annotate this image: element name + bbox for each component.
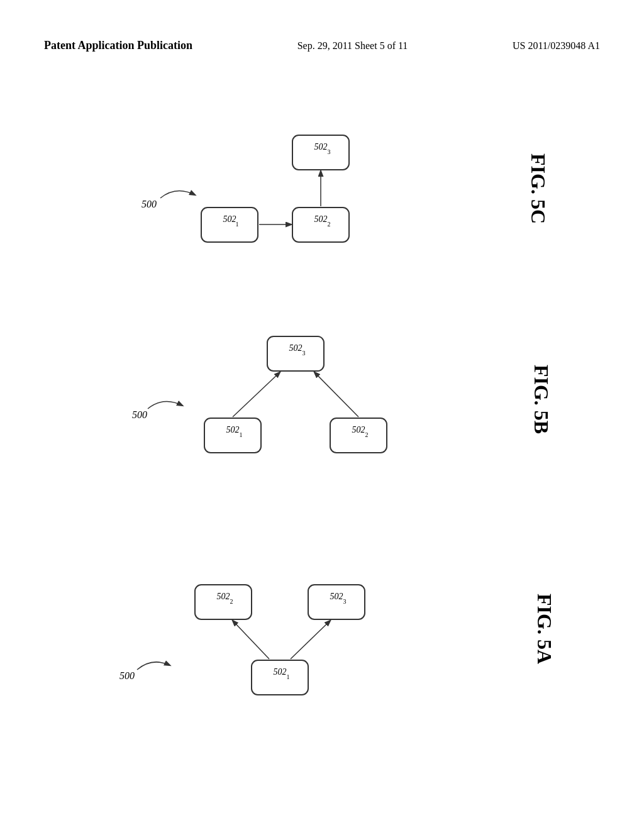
fig5a-node1-box (252, 660, 308, 695)
fig5b-node2-sub: 2 (365, 431, 369, 438)
fig5c-node2-label: 502 (314, 214, 328, 224)
fig5a-node1-label: 502 (274, 667, 287, 677)
fig5b-arrow-500 (148, 402, 182, 409)
fig5a-node3-box (308, 585, 365, 619)
fig5b-node1-box (204, 418, 261, 453)
fig5b-section: 500 502 3 502 1 502 2 FIG. 5B (44, 302, 560, 497)
page-header: Patent Application Publication Sep. 29, … (0, 38, 644, 54)
fig5c-section: 500 502 1 502 2 502 3 FIG. 5C (44, 97, 560, 280)
fig5c-node2-box (292, 208, 349, 242)
fig5c-node1-box (201, 208, 258, 242)
fig5c-arrow-500 (160, 191, 195, 198)
fig5a-ref-label: 500 (119, 670, 135, 681)
fig5a-title: FIG. 5A (533, 594, 556, 664)
fig5c-ref-label: 500 (142, 199, 157, 209)
fig5a-node2-box (195, 585, 252, 619)
fig5c-node3-box (292, 135, 349, 170)
fig5a-diagram: 500 502 1 502 2 502 3 FIG. 5A (44, 528, 560, 729)
fig5b-node3-box (267, 336, 324, 371)
fig5c-node3-sub: 3 (328, 148, 331, 155)
publication-info: Sep. 29, 2011 Sheet 5 of 11 (297, 38, 408, 54)
fig5c-node1-label: 502 (223, 214, 236, 224)
fig5b-node1-label: 502 (226, 425, 240, 434)
fig5b-node2-box (330, 418, 387, 453)
fig5b-ref-label: 500 (132, 409, 147, 420)
publication-title: Patent Application Publication (44, 38, 192, 53)
fig5b-node1-sub: 1 (240, 431, 243, 438)
fig5a-node2-label: 502 (217, 592, 230, 601)
fig5c-title: FIG. 5C (527, 153, 550, 224)
fig5b-arrow-1-3 (233, 372, 280, 417)
fig5a-node3-sub: 3 (343, 598, 347, 605)
fig5a-node2-sub: 2 (230, 598, 233, 605)
fig5c-diagram: 500 502 1 502 2 502 3 FIG. 5C (44, 97, 560, 280)
fig5a-node1-sub: 1 (287, 673, 290, 680)
fig5b-node3-label: 502 (289, 343, 303, 353)
fig5b-title: FIG. 5B (530, 365, 553, 434)
patent-number: US 2011/0239048 A1 (513, 38, 600, 54)
fig5c-node3-label: 502 (314, 142, 328, 152)
fig5b-node2-label: 502 (352, 425, 365, 434)
fig5b-node3-sub: 3 (303, 350, 306, 357)
fig5a-arrow-1-2 (233, 621, 269, 659)
fig5c-node2-sub: 2 (328, 221, 331, 228)
fig5a-arrow-500 (137, 662, 170, 670)
fig5b-diagram: 500 502 3 502 1 502 2 FIG. 5B (44, 302, 560, 497)
fig5c-node1-sub: 1 (236, 221, 239, 228)
fig5a-section: 500 502 1 502 2 502 3 FIG. 5A (44, 528, 560, 729)
fig5a-node3-label: 502 (330, 592, 343, 601)
fig5a-arrow-1-3 (291, 621, 330, 659)
fig5b-arrow-2-3 (314, 372, 358, 417)
